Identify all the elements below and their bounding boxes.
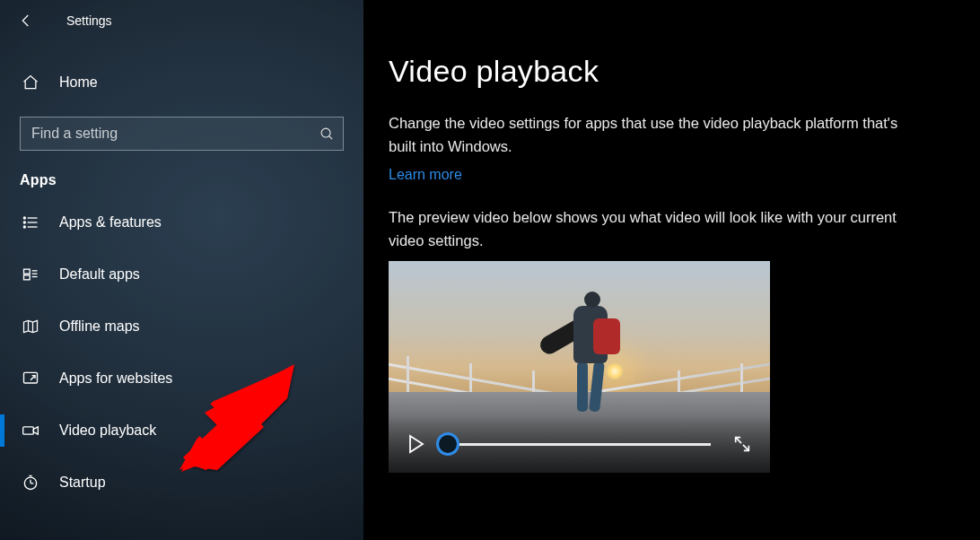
- settings-window: Settings Home Apps: [0, 0, 980, 540]
- fullscreen-button[interactable]: [731, 432, 754, 456]
- svg-line-32: [743, 445, 748, 450]
- svg-marker-19: [33, 427, 38, 434]
- map-icon: [22, 318, 39, 335]
- seek-thumb[interactable]: [436, 432, 459, 456]
- home-icon: [22, 74, 39, 91]
- svg-line-31: [736, 438, 741, 443]
- list-icon: [22, 213, 39, 231]
- sidebar-item-label: Home: [59, 74, 98, 91]
- sidebar-item-offline-maps[interactable]: Offline maps: [0, 305, 363, 348]
- svg-marker-30: [410, 436, 423, 452]
- learn-more-link[interactable]: Learn more: [389, 167, 462, 183]
- svg-rect-18: [23, 427, 34, 434]
- svg-rect-8: [24, 269, 31, 274]
- svg-point-0: [321, 128, 330, 137]
- page-description: Change the video settings for apps that …: [389, 112, 927, 158]
- play-button[interactable]: [405, 432, 428, 456]
- sidebar-item-label: Startup: [59, 475, 106, 491]
- sidebar-item-label: Apps & features: [59, 214, 162, 231]
- svg-rect-9: [24, 275, 31, 280]
- svg-line-1: [328, 135, 332, 139]
- sidebar-item-home[interactable]: Home: [0, 65, 363, 100]
- search-box[interactable]: [20, 117, 344, 151]
- sidebar-item-apps-websites[interactable]: Apps for websites: [0, 357, 363, 400]
- preview-caption: The preview video below shows you what v…: [389, 206, 927, 252]
- sidebar-item-label: Default apps: [59, 266, 140, 283]
- seek-track[interactable]: [448, 443, 711, 446]
- video-controls: [389, 415, 770, 473]
- sidebar-item-default-apps[interactable]: Default apps: [0, 253, 363, 296]
- preview-person: [559, 286, 624, 421]
- window-title: Settings: [66, 13, 112, 28]
- titlebar: Settings: [0, 0, 363, 41]
- sidebar: Settings Home Apps: [0, 0, 363, 540]
- back-button[interactable]: [11, 5, 41, 36]
- sidebar-section-label: Apps: [20, 172, 363, 188]
- video-preview[interactable]: [389, 261, 770, 473]
- link-icon: [22, 370, 39, 388]
- sidebar-item-label: Apps for websites: [59, 370, 172, 387]
- page-title: Video playback: [389, 54, 944, 89]
- svg-point-6: [23, 222, 25, 223]
- svg-point-5: [23, 217, 25, 219]
- svg-line-17: [31, 376, 35, 380]
- search-input[interactable]: [21, 126, 311, 142]
- svg-point-7: [23, 226, 25, 228]
- sidebar-item-startup[interactable]: Startup: [0, 461, 363, 504]
- sidebar-item-label: Video playback: [59, 422, 156, 439]
- main-content: Video playback Change the video settings…: [363, 0, 980, 540]
- sidebar-item-label: Offline maps: [59, 318, 140, 335]
- sidebar-nav: Apps & features Default apps Offline map…: [0, 201, 363, 504]
- svg-marker-13: [24, 320, 38, 332]
- search-icon: [311, 126, 343, 142]
- startup-icon: [22, 474, 39, 492]
- video-icon: [22, 422, 39, 440]
- defaults-icon: [22, 266, 39, 283]
- sidebar-item-apps-features[interactable]: Apps & features: [0, 201, 363, 244]
- sidebar-item-video-playback[interactable]: Video playback: [0, 409, 363, 452]
